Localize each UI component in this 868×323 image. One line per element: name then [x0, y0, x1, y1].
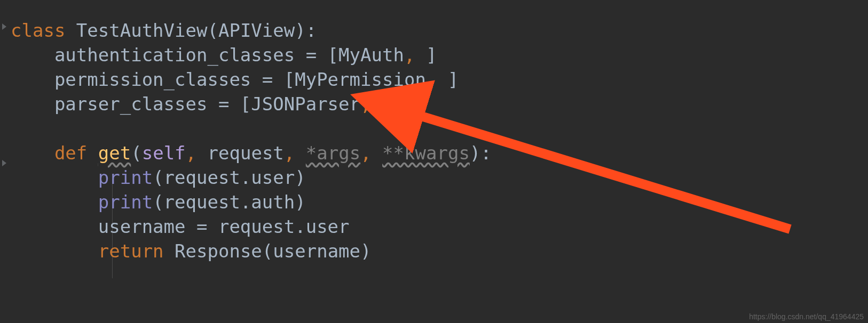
code-line: authentication_classes = [MyAuth: [11, 44, 404, 66]
sep: ,: [284, 142, 306, 164]
paren: (: [131, 142, 141, 164]
keyword-class: class: [11, 20, 65, 41]
watermark-text: https://blog.csdn.net/qq_41964425: [749, 312, 864, 321]
comma: ,: [426, 69, 437, 90]
sep: ,: [186, 142, 208, 164]
indent: [11, 167, 98, 188]
code-line: parser_classes = [JSONParser: [11, 93, 360, 115]
keyword-def: def: [11, 142, 87, 164]
code-line: username = request.user: [11, 216, 350, 237]
code-line: permission_classes = [MyPermission: [11, 69, 426, 90]
comma: ,: [360, 93, 371, 115]
code-line: ]: [437, 69, 459, 90]
param-args: *args: [306, 142, 360, 164]
class-decl: TestAuthView(APIView):: [65, 20, 317, 41]
code-line: ]: [372, 93, 393, 115]
param-kwargs: **kwargs: [382, 142, 470, 164]
code-line: ]: [415, 44, 437, 66]
code-line: Response(username): [164, 240, 372, 262]
keyword-return: return: [98, 240, 164, 262]
comma: ,: [404, 44, 415, 66]
code-editor[interactable]: class TestAuthView(APIView): authenticat…: [0, 0, 868, 263]
sep: ,: [360, 142, 382, 164]
builtin-print: print: [98, 167, 153, 188]
param-request: request: [208, 142, 284, 164]
param-self: self: [142, 142, 186, 164]
paren: ):: [470, 142, 492, 164]
code-line: (request.user): [153, 167, 306, 188]
builtin-print: print: [98, 191, 153, 213]
code-line: (request.auth): [153, 191, 306, 213]
indent: [11, 240, 98, 262]
indent: [11, 191, 98, 213]
method-name: get: [98, 142, 131, 164]
